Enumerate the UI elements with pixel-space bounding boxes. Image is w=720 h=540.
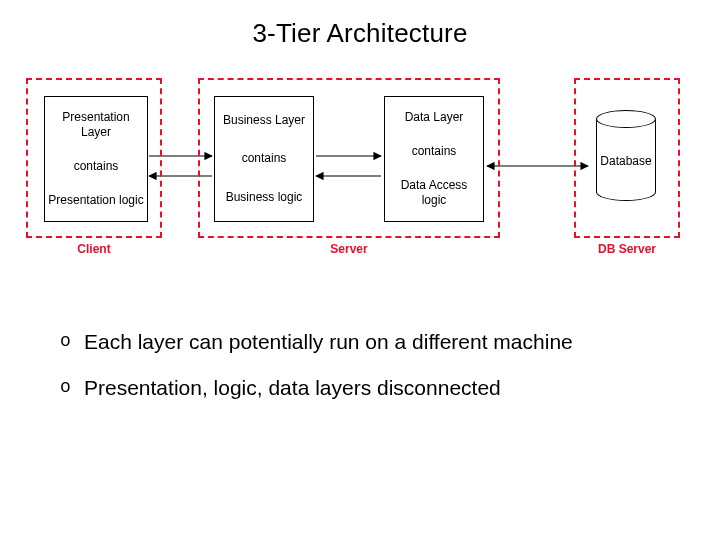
layer-business-logic: Business logic xyxy=(226,190,303,205)
layer-data-name: Data Layer xyxy=(405,110,464,125)
tier-db-caption: DB Server xyxy=(576,242,678,256)
layer-business: Business Layer contains Business logic xyxy=(214,96,314,222)
layer-data: Data Layer contains Data Access logic xyxy=(384,96,484,222)
tier-server-caption: Server xyxy=(200,242,498,256)
layer-presentation-logic: Presentation logic xyxy=(48,193,143,208)
layer-data-logic: Data Access logic xyxy=(387,178,481,208)
tier-client-caption: Client xyxy=(28,242,160,256)
cylinder-top xyxy=(596,110,656,128)
layer-presentation: Presentation Layer contains Presentation… xyxy=(44,96,148,222)
layer-business-rel: contains xyxy=(242,151,287,166)
slide: 3-Tier Architecture Client Presentation … xyxy=(0,0,720,540)
bullet-item: Presentation, logic, data layers disconn… xyxy=(60,376,670,400)
layer-data-rel: contains xyxy=(412,144,457,159)
layer-business-name: Business Layer xyxy=(223,113,305,128)
layer-presentation-rel: contains xyxy=(74,159,119,174)
slide-title: 3-Tier Architecture xyxy=(0,18,720,49)
bullet-item: Each layer can potentially run on a diff… xyxy=(60,330,670,354)
architecture-diagram: Client Presentation Layer contains Prese… xyxy=(26,78,694,258)
database-label: Database xyxy=(596,154,656,168)
bullet-list: Each layer can potentially run on a diff… xyxy=(60,330,670,422)
layer-presentation-name: Presentation Layer xyxy=(47,110,145,140)
database-cylinder: Database xyxy=(596,110,656,210)
